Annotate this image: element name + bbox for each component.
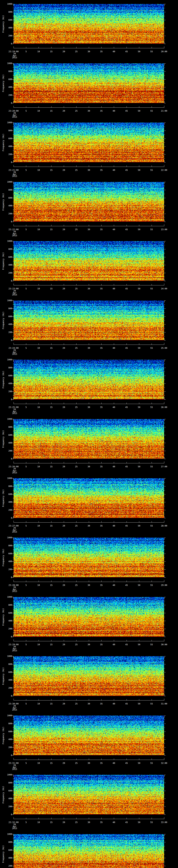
y-tick-label: 600: [2, 19, 12, 21]
x-tick-label: 35: [100, 584, 102, 586]
y-tick: [12, 95, 13, 95]
spectrogram-panel: Frequency (Hz) 23:20:0051015202530354045…: [0, 59, 178, 119]
start-date-label: 26Apr2015: [12, 468, 17, 474]
x-tick-label: 50: [138, 228, 140, 231]
y-axis-stub: [164, 160, 165, 162]
x-tick-label: 50: [138, 169, 140, 172]
y-tick-right: [164, 214, 166, 214]
x-tick: [51, 343, 52, 345]
y-tick-label: 1000: [2, 477, 12, 479]
x-tick: [139, 462, 139, 463]
x-tick-label: 45: [125, 228, 128, 231]
spectrogram-image: [13, 63, 164, 103]
frequency-axis-title: Frequency (Hz): [2, 123, 5, 162]
y-tick-right: [164, 16, 165, 16]
y-tick-label: 0: [2, 161, 12, 163]
x-tick: [64, 640, 64, 641]
y-tick-label: 400: [2, 145, 12, 148]
x-tick: [64, 521, 64, 522]
start-date-label: 26Apr2015: [12, 824, 17, 830]
x-tick: [126, 47, 127, 48]
x-tick: [139, 640, 139, 641]
x-tick: [76, 521, 77, 522]
x-tick-label: 40: [113, 347, 115, 349]
y-tick-right: [164, 482, 165, 483]
frequency-axis-title: Frequency (Hz): [2, 360, 5, 399]
x-tick-label: 45: [125, 703, 128, 705]
y-tick-right: [164, 210, 165, 210]
frequency-axis-title: Frequency (Hz): [2, 241, 5, 281]
x-tick: [38, 47, 39, 48]
y-tick: [13, 482, 13, 483]
y-tick: [13, 364, 13, 364]
y-tick-right: [164, 625, 165, 625]
x-tick: [64, 165, 64, 167]
y-tick: [13, 150, 13, 151]
y-tick-label: 800: [2, 781, 12, 784]
spectrogram-panel: Frequency (Hz) 23:23:0051015202530354045…: [0, 237, 178, 297]
y-tick-right: [164, 814, 166, 815]
x-tick-label: 25: [75, 228, 78, 231]
x-tick-label: 45: [125, 110, 128, 112]
y-tick: [13, 320, 13, 321]
y-tick: [12, 858, 13, 858]
y-tick: [13, 245, 13, 245]
x-tick: [89, 581, 89, 582]
x-tick-label: 5: [25, 406, 27, 408]
x-tick: [139, 699, 139, 700]
x-tick: [76, 818, 77, 819]
x-tick-label: 10: [37, 169, 40, 172]
y-tick-right: [164, 269, 165, 269]
x-tick: [51, 699, 52, 700]
y-tick: [13, 727, 13, 728]
x-tick: [139, 106, 139, 107]
frequency-axis-title: Frequency (Hz): [2, 478, 5, 518]
y-tick-right: [164, 617, 165, 617]
y-tick-label: 800: [2, 841, 12, 843]
x-tick-label: 50: [138, 584, 140, 586]
y-tick-label: 400: [2, 382, 12, 385]
y-tick: [13, 668, 13, 669]
y-tick: [12, 257, 13, 257]
spectrogram-image: [13, 775, 164, 814]
x-tick-label: 40: [113, 762, 115, 764]
start-date-label: 26Apr2015: [12, 53, 17, 59]
spectrogram-image: [13, 538, 164, 578]
x-tick: [13, 521, 14, 522]
x-tick: [38, 818, 39, 819]
end-time-label: 23:00: [161, 228, 167, 231]
y-axis-stub: [164, 301, 165, 303]
x-tick: [51, 106, 52, 107]
y-tick-right: [164, 561, 166, 562]
y-axis-stub: [164, 42, 165, 44]
x-tick-label: 5: [25, 169, 27, 172]
x-axis-line: [13, 285, 164, 285]
y-tick-right: [164, 368, 166, 368]
spectrogram-image: [13, 360, 164, 399]
x-tick-label: 30: [88, 169, 90, 172]
y-tick-right: [164, 95, 166, 95]
spectrogram-panel: Frequency (Hz) 23:31:0051015202530354045…: [0, 712, 178, 771]
x-tick-label: 35: [100, 287, 102, 290]
date-label: 2015: [12, 709, 17, 711]
y-tick-label: 0: [2, 813, 12, 816]
x-tick: [26, 699, 26, 700]
x-tick: [139, 165, 139, 167]
x-axis-line: [13, 700, 164, 701]
end-time-label: 32:00: [161, 762, 167, 764]
y-tick: [12, 20, 13, 20]
y-tick-right: [164, 320, 165, 321]
x-tick: [51, 581, 52, 582]
y-tick: [12, 613, 13, 613]
start-date-label: 26Apr2015: [12, 349, 17, 355]
x-tick: [89, 521, 89, 522]
x-tick: [89, 403, 89, 404]
x-tick-label: 20: [63, 584, 65, 586]
x-tick: [139, 284, 139, 285]
x-tick: [38, 284, 39, 285]
y-tick-label: 1000: [2, 714, 12, 717]
x-tick: [139, 818, 139, 819]
y-tick-label: 800: [2, 485, 12, 488]
y-tick-label: 800: [2, 663, 12, 665]
y-tick-right: [164, 723, 166, 724]
